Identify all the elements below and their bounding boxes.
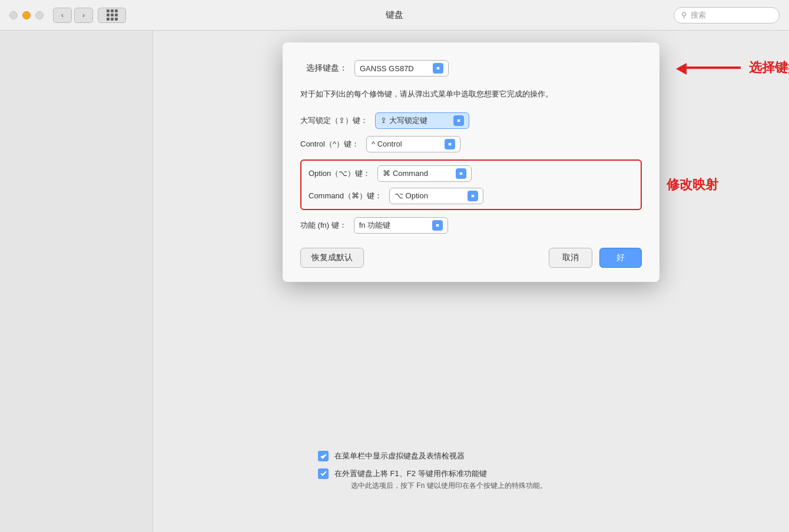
checkbox-row-2: 在外置键盘上将 F1、F2 等键用作标准功能键 选中此选项后，按下 Fn 键以使… xyxy=(318,468,765,491)
keyboard-annotation-label: 选择键盘 xyxy=(749,59,789,77)
option-row: Option（⌥）键： ⌘ Command xyxy=(309,165,634,182)
modal-wrapper: 选择键盘： GANSS GS87D 对于如下列出的每个修饰键，请从弹出式菜单中选… xyxy=(283,42,659,282)
fn-arrow xyxy=(432,220,443,231)
control-dropdown[interactable]: ^ Control xyxy=(366,136,460,152)
main-area: 选择键盘： GANSS GS87D 对于如下列出的每个修饰键，请从弹出式菜单中选… xyxy=(0,31,789,532)
checkbox-1-label: 在菜单栏中显示虚拟键盘及表情检视器 xyxy=(334,450,465,462)
caps-lock-label: 大写锁定（⇪）键： xyxy=(300,115,368,126)
keyboard-dropdown[interactable]: GANSS GS87D xyxy=(354,60,449,77)
fn-dropdown[interactable]: fn 功能键 xyxy=(354,217,448,234)
option-arrow xyxy=(456,168,466,179)
search-box[interactable]: ⚲ 搜索 xyxy=(674,7,780,24)
caps-lock-row: 大写锁定（⇪）键： ⇪ 大写锁定键 xyxy=(300,112,642,129)
grid-view-button[interactable] xyxy=(98,8,126,23)
fn-value: fn 功能键 xyxy=(359,220,390,231)
window-title: 键盘 xyxy=(386,9,403,21)
search-icon: ⚲ xyxy=(681,11,687,19)
title-bar: ‹ › 键盘 ⚲ 搜索 xyxy=(0,0,789,31)
back-button[interactable]: ‹ xyxy=(53,8,72,23)
content-area: 选择键盘： GANSS GS87D 对于如下列出的每个修饰键，请从弹出式菜单中选… xyxy=(153,31,789,532)
minimize-button[interactable] xyxy=(22,11,31,19)
restore-default-button[interactable]: 恢复成默认 xyxy=(300,248,364,268)
keyboard-dropdown-arrow xyxy=(433,63,443,74)
keyboard-select-wrapper: GANSS GS87D xyxy=(354,60,449,77)
option-label: Option（⌥）键： xyxy=(309,168,370,179)
forward-button[interactable]: › xyxy=(74,8,93,23)
fn-label: 功能 (fn) 键： xyxy=(300,220,347,231)
command-dropdown[interactable]: ⌥ Option xyxy=(389,188,483,204)
caps-lock-dropdown[interactable]: ⇪ 大写锁定键 xyxy=(375,112,469,129)
cancel-button[interactable]: 取消 xyxy=(549,248,592,268)
ok-cancel-group: 取消 好 xyxy=(549,248,642,268)
option-dropdown[interactable]: ⌘ Command xyxy=(377,165,472,182)
checkbox-2-icon[interactable] xyxy=(318,468,329,479)
fn-row: 功能 (fn) 键： fn 功能键 xyxy=(300,217,642,234)
red-highlight-box: Option（⌥）键： ⌘ Command Comman xyxy=(300,159,642,210)
nav-buttons: ‹ › xyxy=(53,8,93,23)
traffic-lights xyxy=(9,11,44,19)
sidebar xyxy=(0,31,153,532)
ok-button[interactable]: 好 xyxy=(599,248,642,268)
modal-buttons: 恢复成默认 取消 好 xyxy=(300,248,642,268)
control-row: Control（^）键： ^ Control xyxy=(300,136,642,152)
checkbox-1-icon[interactable] xyxy=(318,451,329,461)
modal-dialog: 选择键盘： GANSS GS87D 对于如下列出的每个修饰键，请从弹出式菜单中选… xyxy=(283,42,659,282)
checkbox-2-content: 在外置键盘上将 F1、F2 等键用作标准功能键 选中此选项后，按下 Fn 键以使… xyxy=(334,468,547,491)
red-box-container: Option（⌥）键： ⌘ Command Comman xyxy=(300,159,642,210)
search-placeholder: 搜索 xyxy=(691,10,706,21)
command-row: Command（⌘）键： ⌥ Option xyxy=(309,188,634,204)
control-label: Control（^）键： xyxy=(300,139,359,149)
close-button[interactable] xyxy=(9,11,18,19)
maximize-button[interactable] xyxy=(35,11,44,19)
modifier-keys-form: 大写锁定（⇪）键： ⇪ 大写锁定键 Control（^）键： ^ Control xyxy=(300,112,642,234)
command-label: Command（⌘）键： xyxy=(309,191,382,201)
modify-mapping-annotation: 修改映射 xyxy=(667,176,718,194)
checkbox-2-subtext: 选中此选项后，按下 Fn 键以使用印在各个按键上的特殊功能。 xyxy=(351,480,547,491)
keyboard-label: 选择键盘： xyxy=(300,63,347,74)
bottom-checkboxes: 在菜单栏中显示虚拟键盘及表情检视器 在外置键盘上将 F1、F2 等键用作标准功能… xyxy=(318,450,765,497)
description-text: 对于如下列出的每个修饰键，请从弹出式菜单中选取您想要它完成的操作。 xyxy=(300,88,642,101)
checkbox-row-1: 在菜单栏中显示虚拟键盘及表情检视器 xyxy=(318,450,765,462)
keyboard-value: GANSS GS87D xyxy=(360,64,414,73)
command-arrow xyxy=(468,191,478,201)
keyboard-select-row: 选择键盘： GANSS GS87D xyxy=(300,60,642,77)
option-value: ⌘ Command xyxy=(383,169,428,178)
control-arrow xyxy=(445,139,455,149)
control-value: ^ Control xyxy=(372,139,402,148)
keyboard-annotation-wrapper: 选择键盘 xyxy=(682,59,789,77)
command-value: ⌥ Option xyxy=(394,191,428,200)
red-arrow-icon xyxy=(682,66,741,69)
caps-lock-arrow xyxy=(453,115,464,126)
checkbox-2-label: 在外置键盘上将 F1、F2 等键用作标准功能键 xyxy=(334,469,487,478)
caps-lock-value: ⇪ 大写锁定键 xyxy=(380,115,427,126)
